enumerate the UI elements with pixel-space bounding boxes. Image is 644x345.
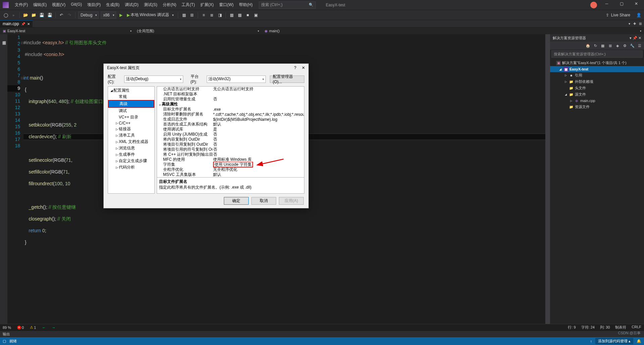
tool-icon-7[interactable]: ▩ [237, 12, 243, 18]
grid-row[interactable]: 将项目引用的符号复制到 OutDir否 [157, 147, 304, 152]
config-combo[interactable]: Debug [78, 11, 99, 19]
window-add-icon[interactable]: ✚ [632, 22, 637, 26]
tool-icon-8[interactable]: ■ [245, 12, 251, 18]
user-avatar-icon[interactable] [590, 2, 597, 8]
tree-node[interactable]: ▷XML 文档生成器 [108, 139, 154, 145]
nav-scope[interactable]: (全局范围) [134, 29, 262, 34]
cancel-button[interactable]: 取消 [251, 197, 276, 205]
tb-icon[interactable]: ↻ [592, 43, 598, 49]
search-box[interactable]: 搜索 (Ctrl+;) 🔍 [259, 1, 316, 9]
grid-row[interactable]: 启用 Unity (JUMBO)生成否 [157, 132, 304, 137]
tb-icon[interactable]: ☰ [637, 43, 643, 49]
menu-item[interactable]: 帮助(H) [236, 1, 255, 9]
tree-node[interactable]: ▷链接器 [108, 126, 154, 132]
tree-node[interactable]: 常规 [108, 94, 154, 100]
grid-row[interactable]: MFC 的使用使用标准 Windows 库 [157, 157, 304, 162]
nav-fwd-icon[interactable]: ▸ [11, 12, 17, 18]
tool-icon-6[interactable]: ▦ [229, 12, 235, 18]
grid-row[interactable]: 字符集使用 Unicode 字符集 [157, 162, 304, 167]
tree-node[interactable]: 调试 [108, 108, 154, 114]
config-manager-button[interactable]: 配置管理器(O)... [270, 76, 304, 83]
tree-node[interactable]: ▷代码分析 [108, 164, 154, 170]
nav-func[interactable]: ◉main() [262, 29, 644, 33]
start-icon[interactable]: ▶ [118, 12, 124, 18]
close-tab-icon[interactable]: ✕ [27, 22, 30, 26]
src-ctrl-icon[interactable]: ↑ [590, 339, 592, 343]
help-icon[interactable]: ? [294, 65, 296, 70]
indent-mode[interactable]: 制表符 [615, 325, 626, 330]
menu-item[interactable]: 生成(B) [103, 1, 122, 9]
source-control-button[interactable]: 添加到源代码管理 ▴ [595, 338, 633, 344]
tree-node[interactable]: ▷浏览信息 [108, 145, 154, 151]
config-combo[interactable]: 活动(Debug) [124, 76, 183, 83]
tree-node[interactable]: ▷清单工具 [108, 132, 154, 139]
tb-icon[interactable]: 🔧 [629, 43, 635, 49]
solution-search[interactable]: 搜索解决方案资源管理器(Ctrl+;) [551, 50, 643, 58]
panel-pin-icon[interactable]: 📌 [633, 36, 637, 40]
tool-icon-4[interactable]: ≣ [209, 12, 215, 18]
tree-node[interactable]: ▷生成事件 [108, 151, 154, 158]
tool-icon-9[interactable]: ▣ [253, 12, 259, 18]
grid-row[interactable]: 使用调试库是 [157, 127, 304, 132]
tool-icon-1[interactable]: ▦ [181, 12, 187, 18]
grid-row[interactable]: 将项目引用复制到 OutDir否 [157, 142, 304, 147]
grid-row[interactable]: 全程序优化无全程序优化 [157, 167, 304, 172]
tree-node[interactable]: 高级 [108, 100, 154, 108]
menu-item[interactable]: 文件(F) [12, 1, 31, 9]
undo-icon[interactable]: ↶ [58, 12, 64, 18]
home-icon[interactable]: 🏠 [585, 43, 591, 49]
nav-back-icon[interactable]: ← [42, 326, 46, 330]
panel-menu-icon[interactable]: ▾ [630, 36, 632, 40]
notifications-icon[interactable]: 🔔 [637, 339, 641, 343]
grid-row[interactable]: 清除时要删除的扩展名*.cdf;*.cache;*.obj;*.obj.enc;… [157, 112, 304, 117]
tool-icon-2[interactable]: ⊞ [189, 12, 195, 18]
expand-icon[interactable]: ▷ [570, 99, 573, 102]
platform-combo[interactable]: x86 [101, 11, 116, 19]
menu-item[interactable]: 分析(N) [160, 1, 179, 9]
grid-row[interactable]: 生成日志文件$(IntDir)$(MSBuildProjectName).log [157, 117, 304, 122]
tree-node[interactable]: ▷C/C++ [108, 120, 154, 126]
pin-icon[interactable]: 📌 [21, 22, 25, 26]
menu-item[interactable]: 测试(S) [141, 1, 160, 9]
apply-button[interactable]: 应用(A) [279, 197, 304, 205]
menu-item[interactable]: 窗口(W) [216, 1, 236, 9]
menu-item[interactable]: 项目(P) [85, 1, 103, 9]
output-panel-header[interactable]: 输出 [0, 331, 644, 337]
menu-item[interactable]: 工具(T) [179, 1, 197, 9]
tb-icon[interactable]: ▦ [600, 43, 606, 49]
expand-icon[interactable]: ▷ [565, 74, 567, 77]
ok-button[interactable]: 确定 [224, 197, 249, 205]
menu-item[interactable]: Git(G) [68, 1, 85, 9]
grid-row[interactable]: 将内容复制到 OutDir否 [157, 137, 304, 142]
tool-icon-5[interactable]: ◨ [217, 12, 223, 18]
redo-icon[interactable]: ↷ [66, 12, 72, 18]
tree-node[interactable]: ◢配置属性 [108, 87, 154, 94]
liveshare-button[interactable]: ⇪ Live Share 👤 [606, 13, 641, 17]
tab-main-cpp[interactable]: main.cpp 📌 ✕ [0, 20, 33, 27]
open-icon[interactable]: 📁 [31, 12, 37, 18]
grid-row[interactable]: 启用托管增量生成否 [157, 97, 304, 102]
menu-item[interactable]: 调试(D) [122, 1, 141, 9]
menu-item[interactable]: 编辑(E) [31, 1, 49, 9]
tb-icon[interactable]: ⊞ [607, 43, 613, 49]
nav-project[interactable]: ▣EasyX-test [0, 29, 134, 33]
minimize-button[interactable]: ─ [602, 1, 612, 9]
side-tab-server[interactable]: 服务器资源管理器 [1, 36, 7, 324]
maximize-button[interactable]: ▢ [616, 1, 627, 9]
window-more-icon[interactable]: ⊞ [638, 22, 643, 26]
grid-row[interactable]: .NET 目标框架版本 [157, 92, 304, 97]
menu-item[interactable]: 视图(V) [49, 1, 68, 9]
grid-row[interactable]: 首选的生成工具体系结构默认 [157, 122, 304, 127]
dialog-tree[interactable]: ◢配置属性常规高级调试VC++ 目录▷C/C++▷链接器▷清单工具▷XML 文档… [108, 86, 155, 194]
admin-icon[interactable]: 👤 [636, 13, 641, 17]
save-icon[interactable]: 💾 [39, 12, 45, 18]
tree-node[interactable]: VC++ 目录 [108, 114, 154, 120]
editor-scrollbar[interactable] [545, 34, 550, 324]
expand-icon[interactable]: ◢ [559, 68, 562, 71]
dialog-grid[interactable]: 公共语言运行时支持无公共语言运行时支持.NET 目标框架版本启用托管增量生成否⌄… [157, 86, 304, 194]
error-count[interactable]: ✕0 [17, 326, 24, 330]
tb-icon[interactable]: ◈ [614, 43, 621, 49]
tool-icon-3[interactable]: ≡ [201, 12, 207, 18]
grid-row[interactable]: 公共语言运行时支持无公共语言运行时支持 [157, 87, 304, 92]
grid-row[interactable]: MSVC 工具集版本默认 [157, 172, 304, 177]
